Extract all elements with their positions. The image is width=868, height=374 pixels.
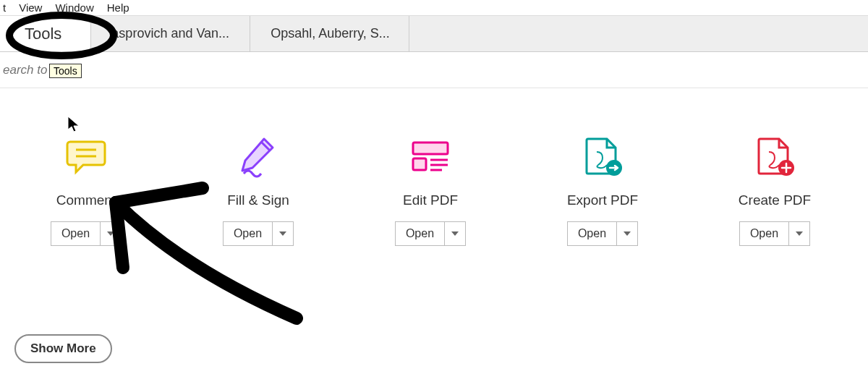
comment-icon [22, 132, 150, 182]
tool-fill-sign[interactable]: Fill & Sign Open [194, 132, 323, 246]
open-label[interactable]: Open [396, 222, 445, 245]
open-dropdown[interactable] [789, 222, 809, 245]
open-button[interactable]: Open [395, 221, 466, 246]
tool-label: Edit PDF [366, 192, 495, 208]
tool-create-pdf[interactable]: Create PDF Open [710, 132, 839, 246]
menu-bar: t View Window Help [0, 0, 868, 16]
open-button[interactable]: Open [567, 221, 638, 246]
tool-edit-pdf[interactable]: Edit PDF Open [366, 132, 495, 246]
tools-tooltip: Tools [49, 64, 82, 78]
open-label[interactable]: Open [740, 222, 789, 245]
export-pdf-icon [538, 132, 667, 182]
search-input[interactable] [3, 63, 220, 77]
menu-item-edit-partial[interactable]: t [3, 1, 6, 14]
open-dropdown[interactable] [617, 222, 637, 245]
menu-item-window[interactable]: Window [55, 1, 93, 14]
search-row [0, 52, 868, 88]
svg-rect-4 [413, 158, 426, 170]
edit-pdf-icon [366, 132, 495, 182]
open-label[interactable]: Open [224, 222, 273, 245]
tab-document-1[interactable]: asprovich and Van... [91, 16, 250, 51]
tool-label: Comment [22, 192, 150, 208]
tool-label: Fill & Sign [194, 192, 323, 208]
tab-tools[interactable]: Tools [0, 16, 91, 51]
open-dropdown[interactable] [445, 222, 465, 245]
tab-strip: Tools asprovich and Van... Opsahl, Auber… [0, 16, 868, 52]
open-button[interactable]: Open [739, 221, 810, 246]
tools-panel: Comment Open Fill & Sign Open [0, 88, 868, 246]
menu-item-help[interactable]: Help [107, 1, 129, 14]
show-more-button[interactable]: Show More [14, 334, 112, 363]
tool-label: Create PDF [710, 192, 839, 208]
fill-sign-icon [194, 132, 323, 182]
open-button[interactable]: Open [51, 221, 122, 246]
tool-label: Export PDF [538, 192, 667, 208]
open-label[interactable]: Open [568, 222, 617, 245]
open-label[interactable]: Open [51, 222, 101, 245]
menu-item-view[interactable]: View [19, 1, 42, 14]
create-pdf-icon [710, 132, 839, 182]
tool-comment[interactable]: Comment Open [22, 132, 150, 246]
open-button[interactable]: Open [223, 221, 294, 246]
svg-rect-3 [413, 143, 448, 154]
open-dropdown[interactable] [273, 222, 293, 245]
tab-document-2[interactable]: Opsahl, Auberry, S... [250, 16, 409, 51]
tool-export-pdf[interactable]: Export PDF Open [538, 132, 667, 246]
open-dropdown[interactable] [101, 222, 121, 245]
